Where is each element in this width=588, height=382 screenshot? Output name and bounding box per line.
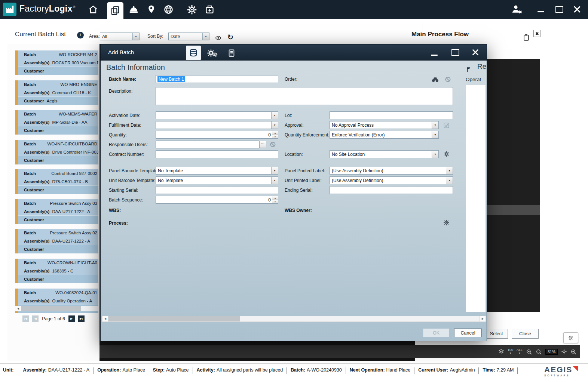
zoom-in-icon[interactable] — [570, 348, 577, 355]
unit-barcode-template-dropdown[interactable]: No Template▼ — [156, 176, 278, 184]
chevron-down-icon[interactable]: ▼ — [132, 33, 139, 40]
scroll-left-icon[interactable]: ◀ — [102, 316, 108, 321]
chevron-down-icon[interactable]: ▼ — [446, 167, 453, 174]
panel-barcode-template-dropdown[interactable]: No Template▼ — [156, 167, 278, 175]
batch-card[interactable]: BatchPressure Switch Assy 02Assembly(s)D… — [15, 229, 98, 253]
page-next-button[interactable]: ▶ — [68, 315, 75, 322]
close-icon — [535, 32, 539, 35]
description-textarea[interactable] — [156, 87, 453, 105]
page-first-button[interactable]: |◀ — [22, 315, 29, 322]
zoom-out-icon[interactable] — [526, 348, 532, 355]
scroll-left-icon[interactable]: ◀ — [15, 306, 21, 311]
close-window-button[interactable] — [571, 4, 583, 15]
scrollbar-thumb[interactable] — [21, 306, 81, 311]
clipboard-icon[interactable] — [523, 34, 530, 41]
clear-users-icon[interactable] — [270, 141, 276, 148]
floating-tool-button[interactable] — [563, 332, 578, 343]
contract-number-label: Contract Number: — [109, 152, 144, 157]
process-settings-button[interactable] — [205, 46, 220, 60]
dialog-maximize-button[interactable] — [448, 47, 462, 58]
spinner-up-icon[interactable]: ▲ — [272, 131, 278, 135]
zoom-fit-all-button[interactable]: ALL▼ — [517, 348, 523, 355]
batch-card[interactable]: BatchControl Board 927-0002Assembly(s)D7… — [15, 169, 98, 194]
page-prev-button[interactable]: ◀ — [32, 315, 39, 322]
eye-icon[interactable] — [214, 34, 223, 41]
chevron-down-icon[interactable]: ▼ — [446, 177, 453, 184]
report-button[interactable] — [224, 46, 239, 60]
dialog-close-button[interactable] — [469, 47, 482, 58]
chevron-down-icon[interactable]: ▼ — [432, 151, 438, 158]
close-button[interactable]: Close — [512, 329, 539, 339]
pan-icon[interactable] — [561, 348, 567, 355]
zoom-100-button[interactable]: 100▼ — [508, 348, 513, 355]
fulfillment-date-dropdown[interactable]: ▼ — [156, 121, 278, 129]
operations-listbox[interactable] — [466, 85, 486, 312]
chevron-down-icon[interactable]: ▼ — [271, 177, 278, 184]
zoom-level-value[interactable]: 31% — [545, 349, 558, 355]
dialog-minimize-button[interactable] — [428, 47, 441, 58]
batch-data-tab-button[interactable] — [186, 46, 201, 60]
panel-printed-label-dropdown[interactable]: (Use Assembly Definition)▼ — [330, 167, 453, 175]
approval-dropdown[interactable]: No Approval Process▼ — [330, 121, 439, 129]
batch-name-input[interactable]: New Batch 1 — [156, 75, 278, 83]
dialog-hscrollbar[interactable]: ◀ ▶ — [102, 316, 486, 322]
hardhat-icon[interactable] — [129, 4, 139, 15]
contract-number-input[interactable] — [156, 150, 278, 158]
backup-icon[interactable] — [205, 4, 215, 15]
batches-tab-active[interactable] — [107, 2, 123, 19]
panel-close-button[interactable] — [533, 30, 540, 37]
batch-card[interactable]: BatchPressure Switch Assy 03Assembly(s)D… — [15, 199, 98, 224]
spinner-up-icon[interactable]: ▲ — [272, 196, 278, 200]
batch-card[interactable]: BatchWO-MRO-ENGINEAssembly(s)Command CH1… — [15, 80, 98, 105]
user-logout-icon[interactable] — [511, 4, 521, 14]
quantity-enforcement-dropdown[interactable]: Enforce Verification (Error)▼ — [330, 131, 439, 139]
binoculars-icon[interactable] — [431, 76, 439, 83]
gear-icon[interactable] — [187, 4, 197, 15]
globe-icon[interactable] — [163, 4, 174, 15]
batch-sequence-stepper[interactable]: 0▲▼ — [156, 196, 278, 204]
database-icon — [189, 49, 198, 58]
clear-order-icon[interactable] — [445, 76, 451, 83]
batch-card[interactable]: BatchWO-INF-CIRCUITBOARDAssembly(s)Drive… — [15, 140, 98, 164]
sort-by-dropdown[interactable]: Date ▼ — [168, 33, 209, 40]
responsible-users-browse-button[interactable]: ... — [259, 141, 266, 148]
select-button[interactable]: Select — [485, 329, 508, 339]
refresh-icon[interactable]: ↻ — [227, 33, 233, 41]
quantity-stepper[interactable]: 0▲▼ — [156, 131, 278, 139]
process-gear-icon[interactable] — [443, 219, 450, 226]
maximize-window-button[interactable] — [553, 4, 565, 15]
chevron-down-icon[interactable]: ▼ — [432, 131, 438, 138]
approval-check-icon[interactable] — [444, 122, 449, 129]
batch-list-hscrollbar[interactable]: ◀ — [15, 306, 98, 311]
chevron-down-icon[interactable]: ▼ — [271, 167, 278, 174]
batch-card[interactable]: BatchWO-ROCKER-M4-2Assembly(s)ROCKER 300… — [15, 50, 98, 75]
activation-date-dropdown[interactable]: ▼ — [156, 111, 278, 119]
home-icon[interactable] — [88, 4, 98, 14]
location-pin-icon[interactable] — [147, 4, 156, 14]
batch-card[interactable]: BatchWO-MEMS-WAFERAssembly(s)MP-Solar-Di… — [15, 110, 98, 135]
lot-input[interactable] — [330, 111, 453, 119]
spinner-down-icon[interactable]: ▼ — [272, 135, 278, 138]
ending-serial-input[interactable] — [330, 186, 453, 194]
chevron-down-icon[interactable]: ▼ — [202, 33, 209, 40]
unit-printed-label-dropdown[interactable]: (Use Assembly Definition)▼ — [330, 176, 453, 184]
add-batch-button[interactable]: + — [77, 32, 84, 38]
ok-button[interactable]: OK — [423, 329, 449, 337]
chevron-down-icon[interactable]: ▼ — [432, 121, 438, 129]
chevron-down-icon[interactable]: ▼ — [271, 112, 278, 119]
batch-card[interactable]: BatchWO-CROWN-HEIGHT-A0Assembly(s)168395… — [15, 259, 98, 283]
layers-icon[interactable] — [498, 348, 504, 355]
area-dropdown[interactable]: All ▼ — [100, 33, 140, 40]
page-last-button[interactable]: ▶| — [78, 315, 85, 322]
location-dropdown[interactable]: No Site Location▼ — [330, 150, 439, 158]
starting-serial-input[interactable] — [156, 186, 278, 194]
minimize-window-button[interactable] — [535, 4, 547, 15]
magnifier-icon[interactable] — [536, 348, 542, 355]
responsible-users-input[interactable] — [156, 141, 259, 148]
scrollbar-thumb[interactable] — [108, 316, 240, 321]
chevron-down-icon[interactable]: ▼ — [271, 121, 278, 129]
scroll-right-icon[interactable]: ▶ — [480, 316, 486, 321]
location-gear-icon[interactable] — [444, 150, 450, 157]
spinner-down-icon[interactable]: ▼ — [272, 200, 278, 203]
cancel-button[interactable]: Cancel — [454, 329, 482, 337]
